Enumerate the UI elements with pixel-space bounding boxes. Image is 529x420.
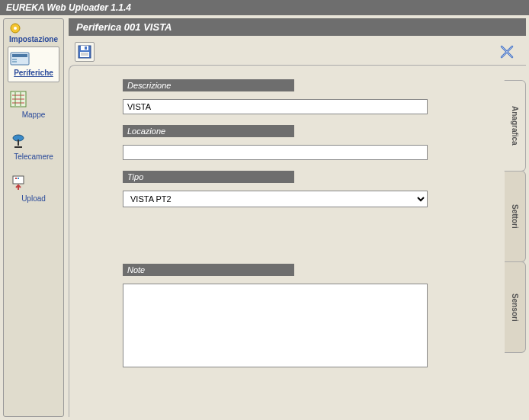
sidebar-item-label: Upload (21, 194, 46, 203)
tab-sensori[interactable]: Sensori (505, 261, 526, 353)
device-icon (10, 52, 57, 66)
row-locazione: Locazione (123, 125, 473, 160)
svg-rect-5 (12, 61, 17, 63)
sidebar-item-upload[interactable]: Upload (8, 169, 59, 208)
side-tabs: Anagrafica Settori Sensori (505, 80, 526, 352)
form-panel: Descrizione Locazione Tipo VISTA PT2 Not… (69, 65, 526, 417)
settings-icon (9, 22, 58, 34)
input-descrizione[interactable] (123, 99, 428, 114)
svg-rect-10 (15, 178, 17, 179)
content-area: Periferica 001 VISTA (69, 18, 526, 417)
label-locazione: Locazione (123, 125, 294, 137)
svg-rect-4 (12, 59, 17, 60)
cross-icon (499, 44, 515, 59)
main-layout: Impostazione Periferiche Mappe Telecamer… (0, 15, 529, 420)
label-note: Note (123, 264, 294, 276)
textarea-note[interactable] (123, 284, 428, 367)
app-title: EUREKA Web Uploader 1.1.4 (6, 2, 131, 13)
svg-point-1 (14, 27, 17, 30)
svg-rect-14 (85, 46, 87, 50)
sidebar: Impostazione Periferiche Mappe Telecamer… (3, 18, 64, 417)
delete-button[interactable] (497, 42, 517, 62)
panel-area: Descrizione Locazione Tipo VISTA PT2 Not… (69, 65, 526, 417)
sidebar-item-label: Periferiche (14, 69, 53, 77)
tab-anagrafica[interactable]: Anagrafica (504, 80, 526, 172)
sidebar-item-label: Mappe (22, 111, 46, 119)
upload-icon (10, 175, 57, 191)
sidebar-item-label: Telecamere (14, 152, 53, 161)
row-note: Note (123, 264, 473, 367)
camera-icon (10, 133, 57, 149)
label-descrizione: Descrizione (123, 79, 294, 91)
label-tipo: Tipo (123, 171, 294, 183)
sidebar-item-mappe[interactable]: Mappe (8, 85, 59, 124)
page-title: Periferica 001 VISTA (69, 18, 526, 36)
svg-rect-3 (12, 54, 27, 57)
input-locazione[interactable] (123, 145, 428, 160)
sidebar-header-label: Impostazione (9, 35, 58, 43)
maps-icon (10, 91, 57, 107)
svg-rect-11 (18, 178, 19, 179)
row-tipo: Tipo VISTA PT2 (123, 171, 473, 207)
app-titlebar: EUREKA Web Uploader 1.1.4 (0, 0, 529, 15)
save-button[interactable] (75, 42, 95, 62)
floppy-icon (78, 45, 91, 59)
sidebar-item-telecamere[interactable]: Telecamere (8, 127, 59, 166)
sidebar-item-periferiche[interactable]: Periferiche (8, 46, 59, 82)
toolbar (69, 36, 526, 65)
svg-rect-9 (13, 176, 24, 184)
select-tipo[interactable]: VISTA PT2 (123, 191, 428, 207)
row-descrizione: Descrizione (123, 79, 473, 114)
tab-settori[interactable]: Settori (505, 171, 526, 262)
svg-rect-8 (18, 139, 19, 146)
sidebar-header: Impostazione (9, 22, 58, 43)
